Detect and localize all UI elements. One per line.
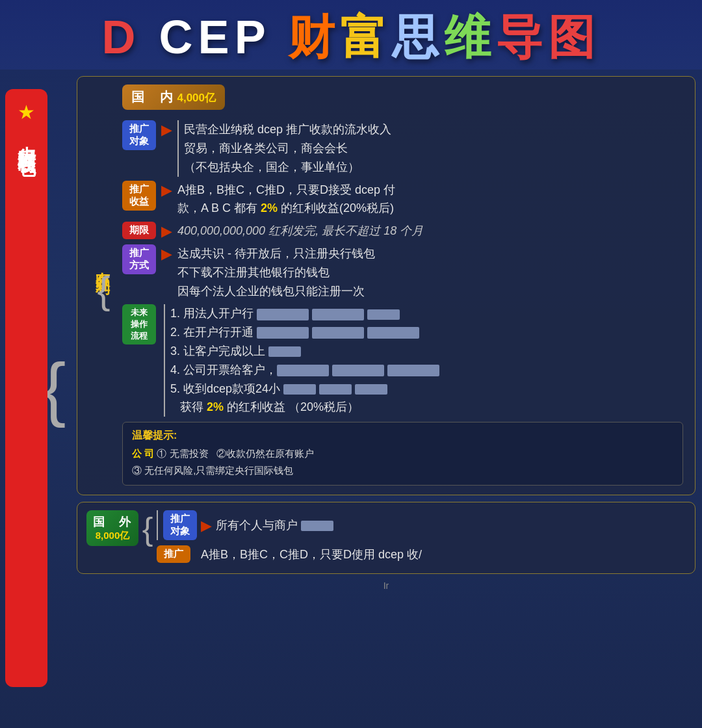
tuiguang-duixiang-text: 民营企业纳税 dcep 推广收款的流水收入 贸易，商业各类公司，商会会长 （不包… — [184, 120, 683, 176]
page-title: D CEP 财富思维导图 — [13, 12, 689, 63]
domestic-amount: 4,000亿 — [177, 92, 216, 104]
row-weilai: 未来操作流程 1. 用法人开户行 2. 在开户行开通 3. 让客户完成以上 4.… — [122, 304, 683, 417]
title-char-dao: 导 — [496, 11, 548, 63]
foreign-amount: 8,000亿 — [96, 530, 130, 542]
title-char-d: D — [102, 11, 141, 63]
warm-tip-title: 温馨提示: — [132, 429, 673, 443]
arrow-icon-4: ▶ — [161, 246, 172, 263]
row-tuiguang-shouyi: 推广收益 ▶ A推B，B推C，C推D，只要D接受 dcep 付 款，A B C … — [122, 181, 683, 218]
row-tuiguang-duixiang: 推广对象 ▶ 民营企业纳税 dcep 推广收款的流水收入 贸易，商业各类公司，商… — [122, 120, 683, 176]
left-sidebar: ★ 央行国际钱包 { — [5, 76, 77, 700]
arrow-icon-2: ▶ — [161, 182, 172, 199]
domestic-badge: 国 内 4,000亿 — [122, 84, 225, 110]
title-char-tu: 图 — [548, 11, 600, 63]
title-char-fu: 富 — [340, 11, 392, 63]
foreign-arrow-1: ▶ — [201, 517, 212, 534]
warm-tip-text: 公 司 ① 无需投资 ②收款仍然在原有账户 ③ 无任何风险,只需绑定央行国际钱包 — [132, 445, 673, 478]
warm-tip: 温馨提示: 公 司 ① 无需投资 ②收款仍然在原有账户 ③ 无任何风险,只需绑定… — [122, 422, 683, 486]
tag-tuiguang-duixiang: 推广对象 — [122, 120, 156, 150]
title-char-wei: 维 — [444, 11, 496, 63]
tuiguang-shouyi-text: A推B，B推C，C推D，只要D接受 dcep 付 款，A B C 都有 2% 的… — [177, 181, 683, 218]
rows-container: 推广对象 ▶ 民营企业纳税 dcep 推广收款的流水收入 贸易，商业各类公司，商… — [122, 120, 683, 417]
weilai-text: 1. 用法人开户行 2. 在开户行开通 3. 让客户完成以上 4. 公司开票给客… — [170, 304, 683, 417]
domestic-section: 国 内 4,000亿 推广对象 ▶ — [122, 84, 683, 486]
title-char-si: 思 — [392, 11, 444, 63]
foreign-tag-tuiguang: 推广 — [157, 545, 190, 563]
sidebar-text: 央行国际钱包 — [14, 131, 38, 147]
foreign-card: 国 外 8,000亿 { 推广对象 ▶ — [77, 502, 696, 574]
row-qixian: 期限 ▶ 400,000,000,000 红利发完, 最长不超过 18 个月 — [122, 222, 683, 240]
foreign-rows: 推广对象 ▶ 所有个人与商户 推广 — [157, 510, 683, 564]
foreign-bracket: { — [142, 510, 153, 548]
title-char-p: P — [235, 11, 270, 63]
main-content-card: 有限红利 { 国 内 4,000亿 — [77, 76, 696, 495]
foreign-section: 国 外 8,000亿 { 推广对象 ▶ — [86, 510, 683, 564]
limited-section: 有限红利 { 国 内 4,000亿 — [86, 84, 683, 486]
tag-tuiguang-fangshi: 推广方式 — [122, 244, 156, 274]
foreign-tag-tuiguang-duixiang: 推广对象 — [163, 510, 197, 540]
tuiguang-fangshi-text: 达成共识 - 待开放后，只注册央行钱包 不下载不注册其他银行的钱包 因每个法人企… — [177, 244, 683, 300]
row-tuiguang-fangshi: 推广方式 ▶ 达成共识 - 待开放后，只注册央行钱包 不下载不注册其他银行的钱包… — [122, 244, 683, 300]
main-layout: ★ 央行国际钱包 { 有限红利 { 国 — [0, 70, 702, 707]
header: D CEP 财富思维导图 — [0, 0, 702, 70]
limited-bracket: { — [97, 271, 110, 310]
arrow-icon-3: ▶ — [161, 223, 172, 240]
domestic-label: 国 内 — [131, 90, 174, 104]
foreign-badge: 国 外 8,000亿 — [86, 510, 138, 546]
tag-tuiguang-shouyi: 推广收益 — [122, 181, 156, 211]
title-char-c: C — [159, 11, 198, 63]
foreign-tuiguang-duixiang-text: 所有个人与商户 — [216, 516, 683, 535]
footer-note: Ir — [77, 578, 696, 593]
foreign-tuiguang-text: A推B，B推C，C推D，只要D使用 dcep 收/ — [201, 545, 683, 564]
tag-weilai: 未来操作流程 — [122, 304, 156, 344]
red-sidebar: ★ 央行国际钱包 — [5, 89, 47, 687]
foreign-label: 国 外 — [93, 514, 132, 530]
title-char-e: E — [198, 11, 235, 63]
foreign-row-tuiguang-duixiang: 推广对象 ▶ 所有个人与商户 — [157, 510, 683, 540]
star-icon: ★ — [18, 101, 35, 124]
arrow-icon-1: ▶ — [161, 122, 172, 138]
tag-qixian: 期限 — [122, 222, 156, 239]
qixian-text: 400,000,000,000 红利发完, 最长不超过 18 个月 — [177, 222, 683, 240]
title-char-cai: 财 — [288, 11, 340, 63]
limited-label-col: 有限红利 { — [86, 84, 122, 486]
foreign-row-tuiguang: 推广 A推B，B推C，C推D，只要D使用 dcep 收/ — [157, 545, 683, 564]
content-area: 有限红利 { 国 内 4,000亿 — [77, 76, 696, 700]
